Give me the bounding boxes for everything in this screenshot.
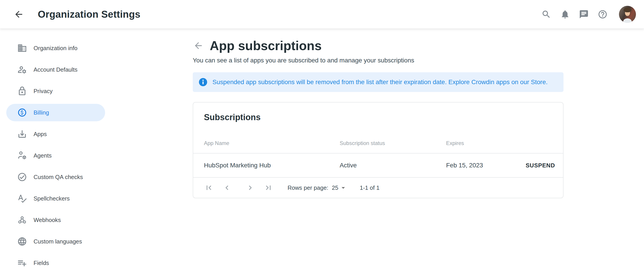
spellcheck-icon [17, 194, 27, 203]
card-title: Subscriptions [204, 112, 552, 122]
chat-icon [579, 10, 589, 19]
sidebar-item-label: Privacy [34, 88, 52, 95]
sidebar-item-webhooks[interactable]: Webhooks [6, 211, 105, 229]
next-page-button[interactable] [245, 183, 255, 193]
pagination-range: 1-1 of 1 [360, 184, 380, 191]
sidebar-item-label: Account Defaults [34, 66, 78, 73]
chevron-left-icon [222, 183, 232, 192]
first-page-icon [204, 183, 213, 192]
sidebar-item-label: Webhooks [34, 217, 61, 223]
sidebar-item-label: Spellcheckers [34, 195, 70, 202]
sidebar-item-label: Billing [34, 109, 49, 116]
sidebar-item-label: Custom QA checks [34, 174, 83, 181]
dollar-circle-icon [17, 108, 27, 117]
section-header: App subscriptions [193, 37, 564, 54]
sidebar-item-spellcheckers[interactable]: Spellcheckers [6, 190, 105, 207]
sidebar-item-label: Agents [34, 152, 52, 159]
organization-settings-screen: Organization Settings Organization info [0, 0, 644, 273]
sidebar-item-label: Apps [34, 131, 47, 138]
sidebar-item-apps[interactable]: Apps [6, 125, 105, 143]
subpage-back-button[interactable] [193, 41, 204, 51]
rows-per-page-label: Rows per page: [288, 184, 328, 191]
building-icon [17, 43, 27, 53]
main-content: App subscriptions You can see a list of … [193, 29, 564, 273]
messages-button[interactable] [579, 9, 589, 20]
sidebar-item-custom-qa-checks[interactable]: Custom QA checks [6, 168, 105, 186]
person-cube-icon [17, 151, 27, 160]
suspend-button[interactable]: SUSPEND [526, 162, 555, 169]
last-page-icon [264, 183, 273, 192]
pagination-bar: Rows per page: 25 1-1 of 1 [193, 178, 563, 198]
first-page-button[interactable] [204, 183, 214, 193]
search-icon [541, 10, 551, 19]
table-row: HubSpot Marketing Hub Active Feb 15, 202… [193, 153, 563, 177]
search-button[interactable] [541, 9, 552, 20]
download-icon [17, 129, 27, 139]
lock-icon [17, 86, 27, 96]
sidebar-item-fields[interactable]: Fields [6, 254, 105, 272]
globe-icon [17, 236, 27, 246]
banner-message[interactable]: Suspended app subscriptions will be remo… [212, 79, 548, 86]
content-area: Organization info Account Defaults Priva… [0, 29, 644, 273]
person-gear-icon [17, 65, 27, 75]
sidebar-item-custom-languages[interactable]: Custom languages [6, 233, 105, 250]
notifications-button[interactable] [560, 9, 570, 20]
section-title: App subscriptions [210, 37, 322, 54]
sidebar-item-organization-info[interactable]: Organization info [6, 39, 105, 57]
bell-icon [560, 10, 570, 19]
app-bar-actions [541, 6, 636, 23]
column-header-subscription-status: Subscription status [340, 140, 446, 146]
sidebar-item-label: Fields [34, 259, 49, 266]
sidebar-item-privacy[interactable]: Privacy [6, 82, 105, 100]
sidebar-item-agents[interactable]: Agents [6, 147, 105, 164]
column-header-app-name: App Name [204, 140, 340, 146]
last-page-button[interactable] [264, 183, 273, 193]
sidebar-item-label: Custom languages [34, 238, 82, 245]
webhook-icon [17, 215, 27, 225]
cell-app-name: HubSpot Marketing Hub [204, 162, 340, 169]
sidebar-item-billing[interactable]: Billing [6, 104, 105, 121]
app-bar: Organization Settings [0, 0, 644, 29]
column-header-expires: Expires [446, 140, 555, 146]
help-button[interactable] [598, 9, 608, 20]
cell-subscription-status: Active [340, 162, 446, 169]
subscriptions-card: Subscriptions App Name Subscription stat… [193, 102, 564, 198]
section-subtitle: You can see a list of apps you are subsc… [193, 57, 564, 64]
arrow-left-icon [193, 41, 204, 51]
help-icon [598, 10, 608, 19]
chevron-down-icon [339, 184, 347, 192]
cell-expires: Feb 15, 2023 [446, 162, 526, 169]
user-avatar[interactable] [619, 6, 636, 23]
info-icon [198, 77, 208, 87]
arrow-left-icon [14, 9, 24, 20]
sidebar-item-account-defaults[interactable]: Account Defaults [6, 61, 105, 78]
page-title: Organization Settings [38, 9, 140, 20]
chevron-right-icon [246, 183, 255, 192]
table-header-row: App Name Subscription status Expires [204, 140, 555, 146]
check-circle-icon [17, 172, 27, 182]
info-banner: Suspended app subscriptions will be remo… [193, 72, 564, 92]
back-button[interactable] [14, 9, 24, 20]
sidebar-item-label: Organization info [34, 45, 78, 52]
playlist-add-icon [17, 258, 27, 268]
sidebar: Organization info Account Defaults Priva… [0, 29, 107, 273]
previous-page-button[interactable] [222, 183, 232, 193]
rows-per-page-select[interactable]: 25 [332, 184, 347, 192]
rows-per-page-value: 25 [332, 184, 338, 191]
